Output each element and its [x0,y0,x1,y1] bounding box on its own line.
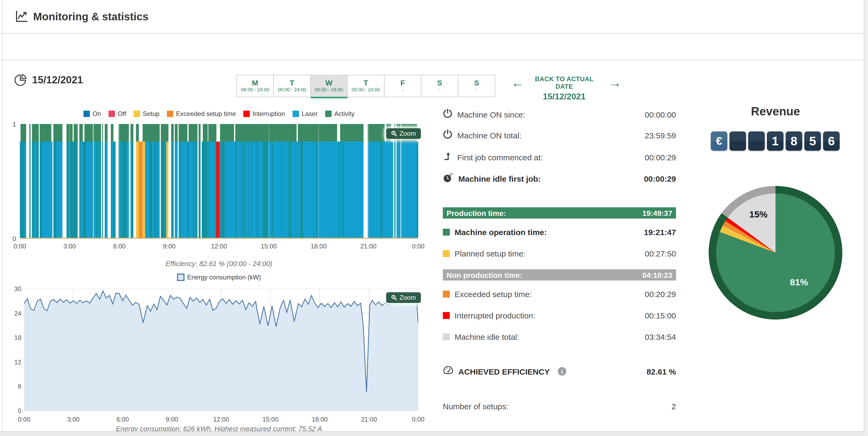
revenue-digit-2 [748,131,765,151]
machine-state-chart[interactable] [20,124,418,239]
monitoring-chart-icon [14,9,29,26]
pie-label-0: 15% [749,209,768,219]
date-bar: 15/12/2021 [0,33,864,60]
revenue-digit-4: 8 [786,131,802,151]
stat-row-3: zzMachine idle first job:00:00:29 [443,174,676,183]
xtick-1: 3:00 [63,243,76,250]
magnifier-plus-icon [391,294,397,301]
legend-item-activity[interactable]: Activity [325,110,354,118]
stat-label: Planned setup time: [455,249,525,258]
horizontal-scrollbar[interactable] [0,431,864,436]
stat-label: Interrupted production: [455,311,535,320]
setups-value: 2 [672,402,676,411]
timeline-zoom-label: Zoom [400,130,416,137]
stat-row-1-1: Interrupted production:00:15:00 [443,310,676,320]
legend-item-off[interactable]: Off [108,110,126,118]
legend-item-exceeded-setup-time[interactable]: Exceeded setup time [167,110,236,118]
group-value: 19:49:37 [642,209,672,217]
weekday-hours: 00:00 - 24:00 [352,87,380,93]
ytick-30: 30 [7,285,21,293]
revenue-digit-6: 6 [823,131,840,151]
date-divider [0,60,864,60]
ytick-6: 6 [7,383,21,390]
monitoring-dashboard: Monitoring & statistics 15/12/2021 M06:0… [0,0,868,436]
achieved-efficiency-row: ACHIEVED EFFICIENCYi82.61 % [443,366,676,377]
legend-label: Interruption [253,110,285,118]
stat-value: 03:34:54 [645,332,676,341]
xtick-0: 0:00 [18,416,30,423]
group-value: 04:10:23 [642,271,672,279]
legend-item-setup[interactable]: Setup [134,110,160,118]
legend-swatch [134,111,140,117]
setups-label: Number of setups: [443,402,508,411]
weekday-hours: 06:00 - 24:00 [241,87,269,93]
stat-label: First job commenced at: [457,153,543,162]
stat-row-1-2: Machine idle total:03:34:54 [443,332,676,341]
timeline-zoom-button[interactable]: Zoom [386,128,421,139]
timeline-xaxis: 0:003:006:009:0012:0015:0018:0021:000:00 [20,243,418,250]
weekday-cell-4[interactable]: F- [384,75,422,97]
timeline-ytick-1: 1 [4,121,16,128]
legend-label: On [93,110,101,118]
xtick-2: 6:00 [116,416,129,423]
svg-text:z: z [450,172,452,177]
stat-row-1: Machine ON total:23:59:59 [443,130,676,140]
left-border [2,0,3,436]
weekday-letter: T [289,79,294,87]
legend-item-energy[interactable]: Energy consumption (kW) [177,274,261,281]
stat-row-2: First job commenced at:00:00:29 [443,152,676,162]
legend-item-interruption[interactable]: Interruption [244,110,285,118]
power-icon [443,129,453,141]
weekday-hours: 00:00 - 24:00 [278,87,306,93]
legend-label: Off [118,110,126,118]
stat-row-0-1: Planned setup time:00:27:50 [443,248,676,258]
revenue-title: Revenue [695,105,856,119]
weekday-letter: T [363,79,368,87]
timeline-legend: OnOffSetupExceeded setup timeInterruptio… [20,110,418,118]
xtick-7: 21:00 [361,243,376,250]
weekday-cell-2[interactable]: W00:00 - 24:00 [311,75,348,98]
achieved-efficiency-value: 82.61 % [647,367,676,376]
stat-row-1-0: Exceeded setup time:00:20:29 [443,289,676,299]
weekday-cell-1[interactable]: T00:00 - 24:00 [274,75,311,97]
info-icon[interactable]: i [558,367,566,376]
legend-label: Setup [143,110,160,118]
weekday-cell-0[interactable]: M06:00 - 24:00 [237,75,274,97]
ytick-0: 0 [7,407,21,415]
energy-chart[interactable] [24,289,418,411]
number-of-setups-row: Number of setups:2 [443,401,676,411]
stat-label: Machine ON total: [457,131,522,140]
stat-label: Machine ON since: [457,110,525,119]
weekday-letter: F [400,79,405,87]
revenue-digit-0: € [711,131,727,151]
xtick-2: 6:00 [113,243,126,250]
current-date: 15/12/2021 [32,74,83,86]
xtick-3: 9:00 [163,243,176,250]
energy-zoom-button[interactable]: Zoom [386,292,421,303]
timeline-ytick-0: 0 [4,235,16,243]
gauge-icon [443,365,454,378]
legend-item-laser[interactable]: Laser [292,110,318,118]
color-swatch [443,291,450,297]
revenue-digit-3: 1 [767,131,783,151]
achieved-efficiency-label: ACHIEVED EFFICIENCY [458,367,550,376]
ytick-18: 18 [7,334,21,341]
stat-label: Machine operation time: [455,227,547,236]
legend-item-on[interactable]: On [84,110,101,118]
weekday-cell-3[interactable]: T00:00 - 24:00 [348,75,384,97]
weekday-hours: 00:00 - 24:00 [315,87,343,93]
page-title: Monitoring & statistics [33,11,148,23]
efficiency-caption: Efficiency: 82.61 % (00:00 - 24:00) [20,260,418,268]
stat-group-header-1: Non production time:04:10:23 [443,269,676,280]
revenue-digit-1 [730,131,746,151]
color-swatch [443,228,450,235]
stat-value: 19:21:47 [644,227,676,236]
group-label: Production time: [446,209,506,217]
production-pie-chart[interactable]: 15%81% [706,183,845,322]
xtick-5: 15:00 [261,243,277,250]
app-header: Monitoring & statistics [0,0,864,33]
stat-label: Machine idle total: [455,332,519,341]
color-swatch [443,333,450,340]
legend-label: Exceeded setup time [176,110,236,118]
vertical-scrollbar[interactable] [864,0,868,436]
